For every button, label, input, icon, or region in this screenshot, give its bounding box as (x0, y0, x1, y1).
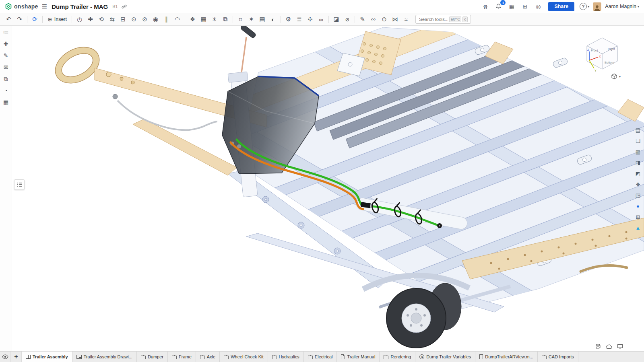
featurescript-icon[interactable]: {/} (480, 2, 490, 11)
snapshot-icon[interactable]: ⌗ (235, 14, 246, 25)
named-views-icon[interactable]: ◳ (634, 191, 642, 199)
revolute-mate-icon[interactable]: ⟲ (96, 14, 107, 25)
intersect-icon[interactable]: ⋈ (390, 14, 400, 25)
features-panel-icon[interactable]: ≔ (1, 28, 11, 37)
sheet-panel-icon[interactable]: ▥ (634, 148, 642, 156)
document-tab[interactable]: Trailer Assembly (22, 352, 72, 362)
ellipse-icon[interactable]: ⊜ (379, 14, 390, 25)
app-store-icon[interactable]: ⊞ (520, 2, 530, 11)
document-tab[interactable]: Hydraulics (268, 352, 304, 362)
robot-assistant-icon[interactable]: ❖ (634, 181, 642, 188)
parts-list-icon[interactable]: ❏ (634, 137, 642, 145)
appearance-icon[interactable]: ◐ (268, 14, 279, 25)
bolt (106, 72, 111, 77)
document-tab[interactable]: Axle (196, 352, 220, 362)
document-tab[interactable]: xDump Trailer Variables (415, 352, 475, 362)
group-icon[interactable]: ❖ (187, 14, 198, 25)
learning-center-icon[interactable]: ◎ (533, 2, 543, 11)
trailer-frame[interactable] (100, 26, 644, 351)
circular-pattern-icon[interactable]: ✳ (209, 14, 220, 25)
view-cube[interactable]: Front Right Bottom Z X Y (583, 35, 621, 72)
named-positions-icon[interactable]: ◷ (74, 14, 85, 25)
tables-icon[interactable]: ▦ (1, 98, 11, 107)
tangent-mate-icon[interactable]: ◠ (172, 14, 183, 25)
assembly-tree-toggle[interactable] (14, 179, 25, 190)
ball-mate-icon[interactable]: ◉ (150, 14, 161, 25)
document-tabs: Trailer AssemblyTrailer Assembly Drawi..… (22, 352, 578, 362)
document-tab[interactable]: Wheel Chock Kit (220, 352, 268, 362)
tab-visibility-icon[interactable] (0, 352, 11, 362)
asm-tab-icon (26, 355, 31, 359)
document-tab[interactable]: Electrical (304, 352, 337, 362)
screen-share-icon[interactable] (617, 344, 623, 349)
screw-relation-icon[interactable]: ✢ (305, 14, 316, 25)
bom-icon[interactable]: ▤ (257, 14, 268, 25)
gear-relation-icon[interactable]: ⚙ (283, 14, 294, 25)
undo-icon[interactable]: ↶ (3, 14, 14, 25)
document-tab[interactable]: Rendering (380, 352, 415, 362)
search-tools-input[interactable] (419, 17, 448, 22)
sync-update-icon[interactable]: ⟳ (29, 14, 40, 25)
appearance-editor-icon[interactable]: ◩ (634, 170, 642, 177)
cloud-status-icon[interactable] (606, 344, 612, 349)
document-tab[interactable]: Dumper (137, 352, 168, 362)
mate-connector-icon[interactable]: ✚ (1, 39, 11, 48)
mirror-icon[interactable]: ⧉ (220, 14, 231, 25)
rack-pinion-icon[interactable]: ≣ (294, 14, 305, 25)
document-tab[interactable]: Trailer Assembly Drawi... (72, 352, 137, 362)
help-icon: ? (580, 3, 587, 10)
belt-relation-icon[interactable]: ∞ (316, 14, 326, 25)
document-tab[interactable]: Frame (168, 352, 196, 362)
crank-handle[interactable] (240, 26, 256, 39)
user-menu[interactable]: Aaron Magnin ▾ (605, 2, 639, 11)
comments-icon[interactable]: ✉ (1, 63, 11, 72)
folder-tab-icon (542, 356, 547, 359)
measure-icon[interactable]: ⌀ (342, 14, 353, 25)
file-tab-icon (479, 354, 483, 359)
section-view-icon[interactable]: ◪ (331, 14, 342, 25)
display-states-icon[interactable]: ◨ (634, 159, 642, 167)
slider-mate-icon[interactable]: ⇆ (107, 14, 118, 25)
share-button[interactable]: Share (548, 2, 574, 11)
bom-panel-icon[interactable]: ▤ (634, 126, 642, 134)
cylindrical-mate-icon[interactable]: ⊙ (128, 14, 139, 25)
offset-icon[interactable]: ≈ (400, 14, 411, 25)
versions-history-icon[interactable]: ◔ (1, 86, 11, 95)
assembly-3d-viewport[interactable] (12, 26, 644, 351)
add-tab-button[interactable]: + (11, 352, 22, 362)
hinge-bracket[interactable] (552, 57, 568, 68)
insert-button[interactable]: ⊕ Insert (45, 14, 70, 25)
cad-apps-icon[interactable]: ▲ (634, 224, 642, 232)
redo-icon[interactable]: ↷ (14, 14, 25, 25)
search-tools-box[interactable]: alt/⌥ c (415, 15, 471, 24)
avatar[interactable] (593, 2, 601, 11)
fastened-mate-icon[interactable]: ✚ (85, 14, 96, 25)
onshape-logo[interactable]: onshape (5, 3, 38, 10)
version-label[interactable]: B1 (112, 4, 118, 9)
graphics-canvas[interactable]: Front Right Bottom Z X Y ▾ (12, 26, 644, 351)
tongue-leg (133, 119, 237, 175)
main-menu-icon[interactable]: ☰ (42, 3, 47, 10)
view-options-button[interactable]: ▾ (611, 73, 621, 80)
pin-slot-mate-icon[interactable]: ⊘ (139, 14, 150, 25)
crank-rod[interactable] (242, 37, 246, 72)
exploded-view-icon[interactable]: ✶ (246, 14, 257, 25)
spline-icon[interactable]: ∾ (368, 14, 379, 25)
print-icon[interactable] (595, 344, 601, 349)
grid-panel-icon[interactable]: ⊞ (634, 213, 642, 221)
link-icon[interactable] (122, 4, 127, 9)
document-tab[interactable]: CAD Imports (538, 352, 578, 362)
document-tab[interactable]: DumpTrailerARView.m... (475, 352, 538, 362)
notifications-icon[interactable]: 1 (493, 2, 503, 11)
sketch-icon[interactable]: ✎ (357, 14, 368, 25)
document-tab[interactable]: Trailer Manual (337, 352, 380, 362)
linked-documents-icon[interactable]: ⧉ (1, 74, 11, 83)
help-menu[interactable]: ? ▾ (580, 2, 589, 11)
spreadsheet-icon[interactable]: ▦ (507, 2, 516, 11)
linear-pattern-icon[interactable]: ▦ (198, 14, 209, 25)
simulation-icon[interactable]: ● (634, 202, 642, 210)
left-icon-rail: ≔✚✎✉⧉◔▦ (0, 26, 12, 351)
parallel-mate-icon[interactable]: ∥ (161, 14, 172, 25)
planar-mate-icon[interactable]: ⊟ (118, 14, 128, 25)
appearance-panel-icon[interactable]: ✎ (1, 51, 11, 60)
